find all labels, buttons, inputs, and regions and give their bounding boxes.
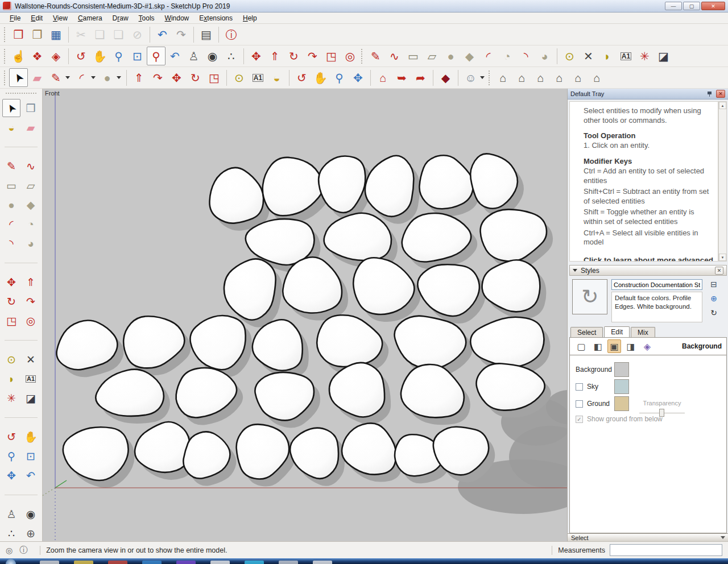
outer-shell-tool-button[interactable]: ❖ bbox=[28, 47, 47, 65]
push-pull-tool-button[interactable]: ⇑ bbox=[22, 273, 40, 291]
zoom-window-tool-button[interactable]: ⊡ bbox=[128, 47, 147, 65]
geolocate-icon[interactable]: ◎ bbox=[6, 546, 13, 555]
style-name-input[interactable] bbox=[611, 279, 702, 290]
3d-warehouse-tool-button[interactable]: ⌂ bbox=[374, 68, 392, 87]
walk-tool-button[interactable]: ∴ bbox=[222, 47, 241, 65]
save-tool-button[interactable]: ▦ bbox=[47, 25, 65, 44]
modeling-settings-button[interactable]: ◈ bbox=[640, 339, 654, 353]
display-secondary-pane-button[interactable]: ⊟ bbox=[708, 279, 719, 289]
polygon-tool-button[interactable]: ◆ bbox=[22, 196, 40, 214]
scale-tool-button[interactable]: ◳ bbox=[322, 47, 341, 65]
taskbar-app-icon[interactable] bbox=[40, 561, 59, 564]
menu-help[interactable]: Help bbox=[238, 13, 262, 23]
zoom-tool-button[interactable]: ⚲ bbox=[109, 47, 128, 65]
rotate-tool-button[interactable]: ↻ bbox=[2, 292, 20, 310]
axes-tool-button[interactable]: ✳ bbox=[2, 389, 20, 407]
zoom-extents-tool-button[interactable]: ✥ bbox=[349, 68, 367, 87]
print-tool-button[interactable]: ▤ bbox=[197, 25, 216, 44]
tray-close-button[interactable]: ✕ bbox=[716, 90, 725, 98]
move-tool-button[interactable]: ✥ bbox=[2, 273, 20, 291]
info-icon[interactable]: ⓘ bbox=[19, 545, 27, 555]
style-thumbnail[interactable]: ↻ bbox=[572, 279, 607, 314]
offset-tool-button[interactable]: ◎ bbox=[341, 47, 359, 65]
arc-tool-button[interactable]: ◜ bbox=[2, 215, 20, 233]
measurements-input[interactable] bbox=[610, 544, 722, 556]
line-tool-button[interactable]: ✎ bbox=[366, 47, 385, 65]
offset-tool-button[interactable]: ◎ bbox=[22, 312, 40, 330]
previous-view-tool-button[interactable]: ↶ bbox=[166, 47, 184, 65]
protractor-tool-button[interactable]: ◗ bbox=[598, 47, 617, 65]
follow-me-tool-button[interactable]: ↷ bbox=[22, 292, 40, 310]
create-new-style-button[interactable]: ⊕ bbox=[708, 293, 719, 304]
menu-extensions[interactable]: Extensions bbox=[194, 13, 238, 23]
make-component-tool-button[interactable]: ❒ bbox=[22, 99, 40, 117]
tab-mix[interactable]: Mix bbox=[631, 327, 655, 338]
scroll-up-icon[interactable]: ▲ bbox=[719, 102, 726, 109]
toolbar-grip[interactable] bbox=[489, 70, 490, 85]
position-camera-tool-button[interactable]: ♙ bbox=[2, 505, 20, 523]
pan-tool-button[interactable]: ✋ bbox=[90, 47, 109, 65]
taskbar-app-icon[interactable] bbox=[142, 561, 162, 564]
auto-hide-pin-icon[interactable] bbox=[707, 91, 712, 97]
maximize-button[interactable]: ▢ bbox=[683, 2, 700, 10]
view-front-tool-button[interactable]: ⌂ bbox=[531, 68, 550, 87]
two-point-arc-tool-button[interactable]: ◝ bbox=[516, 47, 535, 65]
freehand-tool-button[interactable]: ∿ bbox=[22, 157, 40, 175]
slider-thumb[interactable] bbox=[659, 409, 664, 417]
eraser-tool-button[interactable]: ▰ bbox=[28, 68, 47, 87]
line-tool-button[interactable]: ✎ bbox=[47, 68, 65, 87]
toolbar-grip[interactable] bbox=[6, 93, 36, 94]
scale-tool-button[interactable]: ◳ bbox=[2, 312, 20, 330]
minimize-button[interactable]: — bbox=[665, 2, 682, 10]
position-camera-tool-button[interactable]: ♙ bbox=[184, 47, 203, 65]
show-ground-checkbox[interactable]: ✓ bbox=[576, 416, 583, 423]
section-plane-tool-button[interactable]: ◪ bbox=[22, 389, 40, 407]
circle-tool-button[interactable]: ● bbox=[2, 196, 20, 214]
dimension-tool-button[interactable]: ✕ bbox=[579, 47, 598, 65]
zoom-extents-tool-button[interactable]: ✥ bbox=[2, 466, 20, 484]
menu-tools[interactable]: Tools bbox=[134, 13, 160, 23]
model-viewport[interactable]: Front bbox=[43, 89, 567, 541]
dropdown-arrow-icon[interactable] bbox=[65, 76, 70, 79]
move-tool-button[interactable]: ✥ bbox=[247, 47, 266, 65]
rectangle-tool-button[interactable]: ▭ bbox=[2, 176, 20, 194]
close-button[interactable]: ✕ bbox=[701, 2, 725, 10]
rotated-rectangle-tool-button[interactable]: ▱ bbox=[423, 47, 441, 65]
instructor-scrollbar[interactable]: ▲ ▼ bbox=[718, 101, 727, 262]
new-tool-button[interactable]: ❒ bbox=[9, 25, 28, 44]
background-color-swatch[interactable] bbox=[614, 362, 629, 377]
menu-edit[interactable]: Edit bbox=[26, 13, 48, 23]
transparency-slider[interactable] bbox=[639, 408, 685, 417]
tape-measure-tool-button[interactable]: ⊙ bbox=[2, 350, 20, 368]
arcs-tool-button[interactable]: ◜ bbox=[72, 68, 91, 87]
ground-color-swatch[interactable] bbox=[614, 396, 629, 411]
taskbar-app-icon[interactable] bbox=[74, 561, 93, 564]
toolbar-grip[interactable] bbox=[4, 49, 5, 64]
walk-tool-button[interactable]: ∴ bbox=[2, 524, 20, 542]
windows-taskbar[interactable] bbox=[0, 558, 728, 564]
rotate-tool-button[interactable]: ↻ bbox=[284, 47, 303, 65]
zoom-tool-button[interactable]: ⚲ bbox=[330, 68, 349, 87]
paste-tool-button[interactable]: ❏ bbox=[109, 25, 128, 44]
orbit-tool-button[interactable]: ↺ bbox=[72, 47, 90, 65]
view-left-tool-button[interactable]: ⌂ bbox=[569, 68, 588, 87]
share-model-tool-button[interactable]: ➥ bbox=[392, 68, 411, 87]
view-iso-tool-button[interactable]: ⌂ bbox=[494, 68, 512, 87]
taskbar-app-icon[interactable] bbox=[313, 561, 332, 564]
update-style-button[interactable]: ↻ bbox=[708, 307, 719, 318]
solid-tools-tool-button[interactable]: ◈ bbox=[47, 47, 65, 65]
style-description[interactable]: Default face colors. Profile Edges. Whit… bbox=[611, 292, 702, 322]
background-settings-button[interactable]: ▣ bbox=[607, 339, 621, 353]
menu-camera[interactable]: Camera bbox=[73, 13, 107, 23]
pie-filled-tool-button[interactable]: ◕ bbox=[22, 234, 40, 252]
select-hand-tool-button[interactable]: ☝ bbox=[9, 47, 28, 65]
tab-edit[interactable]: Edit bbox=[604, 326, 630, 338]
tab-select[interactable]: Select bbox=[570, 327, 603, 338]
text-tool-button[interactable]: A1 bbox=[249, 68, 267, 87]
share-component-tool-button[interactable]: ➦ bbox=[411, 68, 430, 87]
menu-draw[interactable]: Draw bbox=[107, 13, 134, 23]
protractor-tool-button[interactable]: ◗ bbox=[2, 370, 20, 388]
toolbar-grip[interactable] bbox=[4, 27, 5, 42]
look-around-tool-button[interactable]: ◉ bbox=[203, 47, 222, 65]
open-tool-button[interactable]: ❐ bbox=[28, 25, 47, 44]
